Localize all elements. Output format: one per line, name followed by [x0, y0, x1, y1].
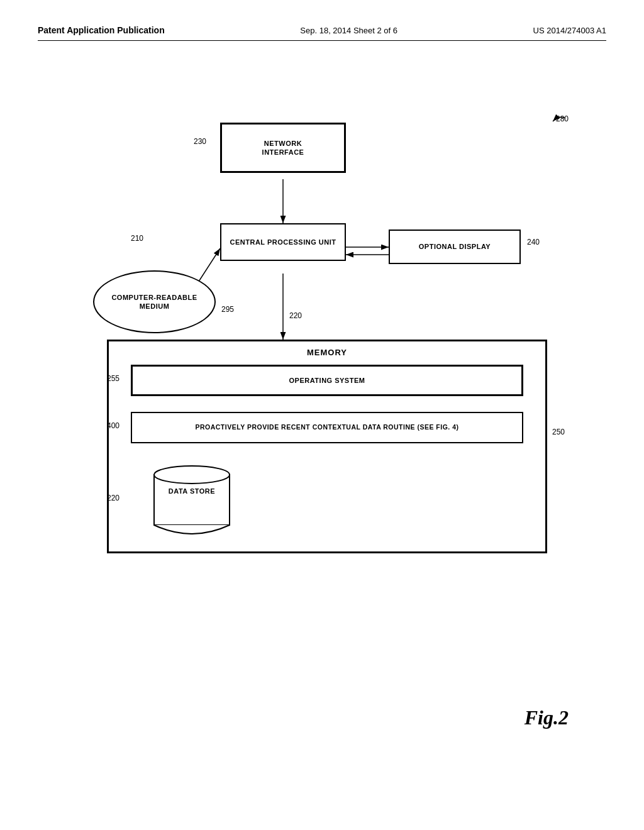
label-230: 230 [194, 137, 206, 146]
data-store-label: DATA STORE [151, 487, 233, 495]
data-store-cylinder-svg [151, 462, 233, 534]
bracket-280-svg [521, 112, 572, 137]
label-210: 210 [131, 234, 143, 243]
routine-box: PROACTIVELY PROVIDE RECENT CONTEXTUAL DA… [131, 412, 523, 443]
label-240: 240 [527, 238, 540, 246]
network-interface-box: NETWORK INTERFACE [220, 123, 346, 173]
label-255: 255 [107, 374, 119, 383]
label-220-arrow: 220 [289, 311, 302, 320]
label-220-datastore: 220 [107, 494, 119, 502]
label-400: 400 [107, 421, 119, 430]
svg-point-8 [154, 466, 230, 484]
cpu-box: CENTRAL PROCESSING UNIT [220, 223, 346, 261]
computer-readable-medium-ellipse: COMPUTER-READABLE MEDIUM [93, 270, 216, 333]
operating-system-box: OPERATING SYSTEM [131, 365, 523, 396]
figure-caption: Fig.2 [525, 706, 569, 729]
label-250: 250 [552, 428, 565, 436]
publication-label: Patent Application Publication [38, 25, 165, 35]
date-sheet-label: Sep. 18, 2014 Sheet 2 of 6 [300, 26, 397, 35]
label-295: 295 [221, 305, 234, 314]
optional-display-box: OPTIONAL DISPLAY [389, 230, 521, 264]
patent-number-label: US 2014/274003 A1 [533, 26, 606, 35]
page-header: Patent Application Publication Sep. 18, … [38, 25, 606, 41]
diagram-area: 280 NETWORK INTERFACE 230 OPTIONAL DISPL… [38, 63, 606, 792]
